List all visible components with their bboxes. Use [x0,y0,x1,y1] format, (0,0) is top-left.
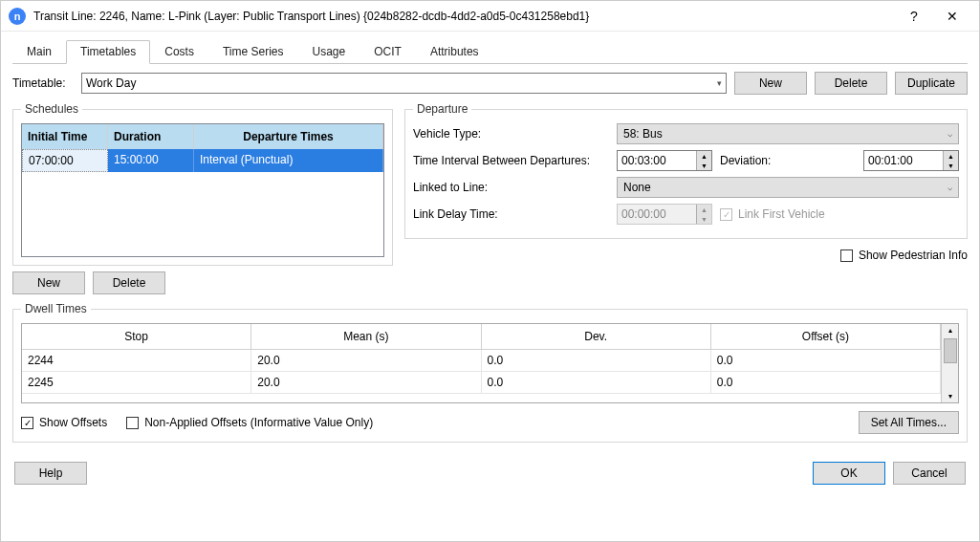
spinner-up-icon[interactable]: ▲ [697,151,711,161]
dwell-cell-offset[interactable]: 0.0 [711,350,941,372]
dwell-cell-stop[interactable]: 2245 [22,372,251,394]
deviation-label: Deviation: [720,154,771,167]
sched-cell-initial[interactable]: 07:00:00 [22,149,108,172]
interval-spinner[interactable]: 00:03:00 ▲▼ [617,150,712,171]
app-icon: n [9,8,26,25]
vehicle-type-value: 58: Bus [623,127,663,141]
dwell-col-mean: Mean (s) [251,324,481,350]
vehicle-type-label: Vehicle Type: [413,127,609,141]
interval-value[interactable]: 00:03:00 [618,151,696,170]
dwell-row[interactable]: 2244 20.0 0.0 0.0 [22,350,941,372]
show-pedestrian-label: Show Pedestrian Info [859,249,968,262]
schedule-new-button[interactable]: New [12,271,85,294]
vehicle-type-select[interactable]: 58: Bus ⌵ [617,123,959,144]
chevron-down-icon: ⌵ [947,129,952,139]
sched-cell-departures[interactable]: Interval (Punctual) [194,149,383,172]
spinner-down-icon: ▼ [697,214,711,224]
ok-button[interactable]: OK [813,462,885,485]
show-offsets-checkbox[interactable]: ✓ Show Offsets [21,416,107,429]
sched-cell-duration[interactable]: 15:00:00 [108,149,194,172]
departure-legend: Departure [413,102,471,116]
dwell-cell-mean[interactable]: 20.0 [251,372,481,394]
dwell-cell-offset[interactable]: 0.0 [711,372,941,394]
delay-value: 00:00:00 [618,205,696,224]
dwell-scrollbar[interactable]: ▴ ▾ [941,324,958,402]
titlebar: n Transit Line: 2246, Name: L-Pink (Laye… [1,1,979,32]
spinner-up-icon: ▲ [697,205,711,214]
schedules-legend: Schedules [21,102,82,116]
link-first-checkbox: ✓ Link First Vehicle [720,207,825,221]
linked-line-select[interactable]: None ⌵ [617,177,959,198]
dwell-cell-stop[interactable]: 2244 [22,350,251,372]
chevron-down-icon: ⌵ [947,183,952,192]
departure-group: Departure Vehicle Type: 58: Bus ⌵ Time I… [404,102,968,239]
deviation-value[interactable]: 00:01:00 [864,151,943,170]
tab-timetables[interactable]: Timetables [66,40,150,64]
close-icon[interactable]: ✕ [933,1,971,32]
dwell-row[interactable]: 2245 20.0 0.0 0.0 [22,372,941,394]
dwell-col-stop: Stop [22,324,251,350]
schedules-group: Schedules Initial Time Duration Departur… [12,102,393,266]
timetable-select[interactable]: Work Day ▾ [81,73,727,94]
tab-ocit[interactable]: OCIT [359,40,416,64]
dwell-cell-mean[interactable]: 20.0 [251,350,481,372]
timetable-new-button[interactable]: New [734,72,807,95]
timetable-value: Work Day [86,76,136,90]
non-applied-label: Non-Applied Offsets (Informative Value O… [144,416,373,429]
tab-bar: Main Timetables Costs Time Series Usage … [12,39,968,64]
timetable-delete-button[interactable]: Delete [815,72,887,95]
dwell-cell-dev[interactable]: 0.0 [482,372,711,394]
deviation-spinner[interactable]: 00:01:00 ▲▼ [863,150,959,171]
spinner-down-icon[interactable]: ▼ [697,161,711,170]
help-icon[interactable]: ? [895,1,933,32]
checkbox-icon[interactable]: ✓ [21,417,33,429]
show-pedestrian-checkbox[interactable]: Show Pedestrian Info [840,249,968,262]
help-button[interactable]: Help [14,462,87,485]
dwell-col-offset: Offset (s) [711,324,941,350]
chevron-down-icon: ▾ [717,78,722,88]
tab-main[interactable]: Main [12,40,66,64]
show-offsets-label: Show Offsets [39,416,107,429]
set-all-times-button[interactable]: Set All Times... [859,411,959,434]
spinner-down-icon[interactable]: ▼ [944,161,958,170]
checkbox-icon: ✓ [720,208,732,221]
checkbox-icon[interactable] [126,417,139,429]
schedules-table[interactable]: Initial Time Duration Departure Times 07… [21,123,384,257]
dwell-cell-dev[interactable]: 0.0 [482,350,711,372]
sched-col-duration: Duration [108,124,194,149]
delay-label: Link Delay Time: [413,207,609,221]
tab-time-series[interactable]: Time Series [208,40,298,64]
timetable-label: Timetable: [12,76,74,90]
scroll-thumb[interactable] [944,338,957,363]
tab-costs[interactable]: Costs [150,40,208,64]
dwell-col-dev: Dev. [482,324,711,350]
spinner-up-icon[interactable]: ▲ [944,151,958,161]
linked-line-value: None [623,181,651,194]
timetable-duplicate-button[interactable]: Duplicate [895,72,968,95]
delay-spinner: 00:00:00 ▲▼ [617,204,712,225]
tab-attributes[interactable]: Attributes [416,40,493,64]
schedule-delete-button[interactable]: Delete [93,271,165,294]
interval-label: Time Interval Between Departures: [413,154,609,167]
linked-label: Linked to Line: [413,181,609,194]
window-title: Transit Line: 2246, Name: L-Pink (Layer:… [33,10,895,23]
dwell-table[interactable]: Stop Mean (s) Dev. Offset (s) 2244 20.0 … [22,324,941,402]
checkbox-icon[interactable] [840,249,853,262]
scroll-up-icon[interactable]: ▴ [948,324,952,336]
dwell-legend: Dwell Times [21,302,91,315]
tab-usage[interactable]: Usage [298,40,360,64]
link-first-label: Link First Vehicle [738,207,825,221]
sched-col-initial: Initial Time [22,124,108,149]
schedule-row[interactable]: 07:00:00 15:00:00 Interval (Punctual) [22,149,383,172]
dwell-group: Dwell Times Stop Mean (s) Dev. Offset (s… [12,302,968,443]
sched-col-departures: Departure Times [194,124,383,149]
cancel-button[interactable]: Cancel [893,462,966,485]
scroll-down-icon[interactable]: ▾ [948,390,952,402]
non-applied-checkbox[interactable]: Non-Applied Offsets (Informative Value O… [126,416,373,429]
